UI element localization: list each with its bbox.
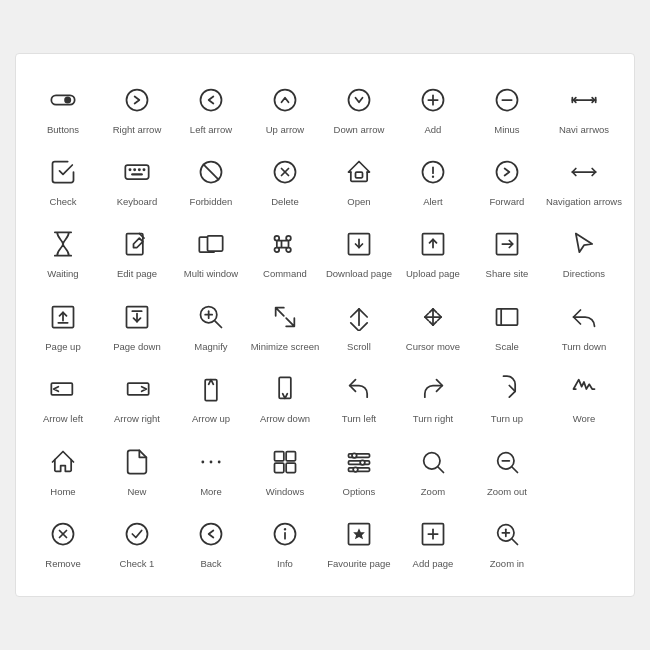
new-label: New <box>127 486 146 498</box>
svg-point-68 <box>353 467 358 472</box>
svg-point-2 <box>126 89 147 110</box>
minimize-screen-label: Minimize screen <box>251 341 320 353</box>
icon-item-empty9 <box>544 508 624 576</box>
icon-item-down-arrow: Down arrow <box>322 74 396 142</box>
icon-item-command: Command <box>248 218 322 286</box>
arrow-right-label: Arrow right <box>114 413 160 425</box>
icon-grid: ButtonsRight arrowLeft arrowUp arrowDown… <box>26 74 624 576</box>
svg-point-26 <box>432 176 433 177</box>
turn-down-icon <box>566 299 602 335</box>
icon-item-directions: Directions <box>544 218 624 286</box>
icon-item-home: Home <box>26 436 100 504</box>
icon-item-minus: Minus <box>470 74 544 142</box>
svg-rect-65 <box>348 467 369 471</box>
delete-icon <box>267 154 303 190</box>
navigation-arrows-icon <box>566 154 602 190</box>
svg-line-72 <box>512 467 517 472</box>
icon-item-turn-left: Turn left <box>322 363 396 431</box>
empty8-icon <box>566 444 602 480</box>
forward-label: Forward <box>490 196 525 208</box>
icon-item-alert: Alert <box>396 146 470 214</box>
home-icon <box>45 444 81 480</box>
options-label: Options <box>343 486 376 498</box>
svg-point-27 <box>496 162 517 183</box>
share-site-label: Share site <box>486 268 529 280</box>
page-up-icon <box>45 299 81 335</box>
icon-item-favourite-page: Favourite page <box>322 508 396 576</box>
svg-point-69 <box>424 452 440 468</box>
forbidden-icon <box>193 154 229 190</box>
upload-page-label: Upload page <box>406 268 460 280</box>
icon-item-arrow-left: Arrow left <box>26 363 100 431</box>
scale-icon <box>489 299 525 335</box>
icon-item-forward: Forward <box>470 146 544 214</box>
icon-item-scroll: Scroll <box>322 291 396 359</box>
alert-icon <box>415 154 451 190</box>
arrow-left-icon <box>45 371 81 407</box>
icon-item-turn-down: Turn down <box>544 291 624 359</box>
icon-item-zoom-in: Zoom in <box>470 508 544 576</box>
turn-left-label: Turn left <box>342 413 377 425</box>
svg-point-67 <box>360 460 365 465</box>
icon-item-scale: Scale <box>470 291 544 359</box>
icon-item-options: Options <box>322 436 396 504</box>
minus-icon <box>489 82 525 118</box>
zoom-icon <box>415 444 451 480</box>
add-icon <box>415 82 451 118</box>
favourite-page-label: Favourite page <box>327 558 390 570</box>
svg-rect-55 <box>279 378 291 399</box>
zoom-out-icon <box>489 444 525 480</box>
icon-item-zoom-out: Zoom out <box>470 436 544 504</box>
buttons-icon <box>45 82 81 118</box>
svg-point-66 <box>352 453 357 458</box>
share-site-icon <box>489 226 525 262</box>
icon-item-right-arrow: Right arrow <box>100 74 174 142</box>
page-up-label: Page up <box>45 341 80 353</box>
svg-point-81 <box>284 529 285 530</box>
svg-rect-60 <box>286 451 295 460</box>
right-arrow-icon <box>119 82 155 118</box>
icon-item-navigation-arrows: Navigation arrows <box>544 146 624 214</box>
svg-line-88 <box>512 539 517 544</box>
svg-marker-83 <box>353 528 365 539</box>
turn-down-label: Turn down <box>562 341 607 353</box>
icon-item-navi-arrows: Navi arrwos <box>544 74 624 142</box>
command-label: Command <box>263 268 307 280</box>
favourite-page-icon <box>341 516 377 552</box>
svg-rect-62 <box>286 463 295 472</box>
scale-label: Scale <box>495 341 519 353</box>
svg-rect-51 <box>501 309 517 325</box>
icon-item-buttons: Buttons <box>26 74 100 142</box>
directions-label: Directions <box>563 268 605 280</box>
right-arrow-label: Right arrow <box>113 124 162 136</box>
forward-icon <box>489 154 525 190</box>
svg-rect-23 <box>355 172 362 178</box>
icon-item-waiting: Waiting <box>26 218 100 286</box>
arrow-right-icon <box>119 371 155 407</box>
icon-item-arrow-down: Arrow down <box>248 363 322 431</box>
keyboard-label: Keyboard <box>117 196 158 208</box>
icon-item-forbidden: Forbidden <box>174 146 248 214</box>
download-page-icon <box>341 226 377 262</box>
turn-up-label: Turn up <box>491 413 523 425</box>
icon-item-upload-page: Upload page <box>396 218 470 286</box>
add-page-icon <box>415 516 451 552</box>
cursor-move-label: Cursor move <box>406 341 460 353</box>
download-page-label: Download page <box>326 268 392 280</box>
icon-item-turn-up: Turn up <box>470 363 544 431</box>
remove-icon <box>45 516 81 552</box>
waiting-label: Waiting <box>47 268 78 280</box>
add-page-label: Add page <box>413 558 454 570</box>
svg-line-70 <box>438 467 443 472</box>
wore-label: Wore <box>573 413 596 425</box>
icon-item-arrow-right: Arrow right <box>100 363 174 431</box>
arrow-left-label: Arrow left <box>43 413 83 425</box>
multi-window-label: Multi window <box>184 268 238 280</box>
back-icon <box>193 516 229 552</box>
command-icon <box>267 226 303 262</box>
icon-item-delete: Delete <box>248 146 322 214</box>
edit-page-icon <box>119 226 155 262</box>
zoom-in-icon <box>489 516 525 552</box>
icon-item-share-site: Share site <box>470 218 544 286</box>
left-arrow-icon <box>193 82 229 118</box>
